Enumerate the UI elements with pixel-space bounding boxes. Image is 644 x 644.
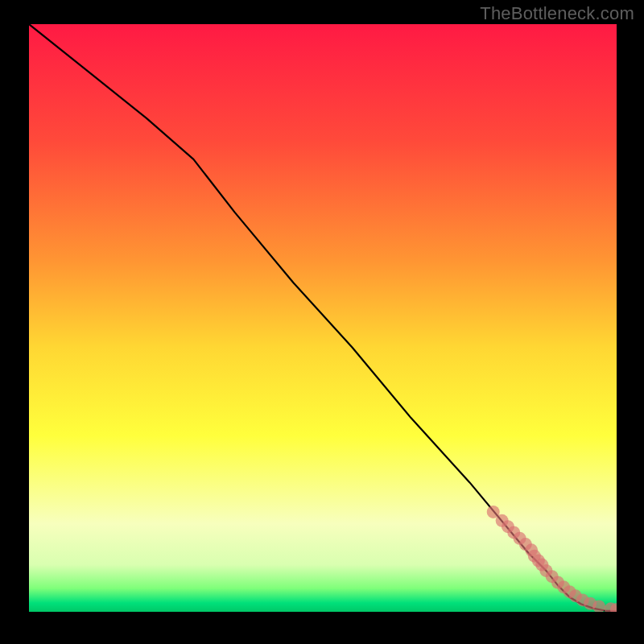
watermark-text: TheBottleneck.com <box>480 3 634 24</box>
gradient-background <box>29 24 617 612</box>
chart-svg <box>29 24 617 612</box>
chart-root: TheBottleneck.com <box>0 0 644 644</box>
plot-area <box>29 24 617 612</box>
